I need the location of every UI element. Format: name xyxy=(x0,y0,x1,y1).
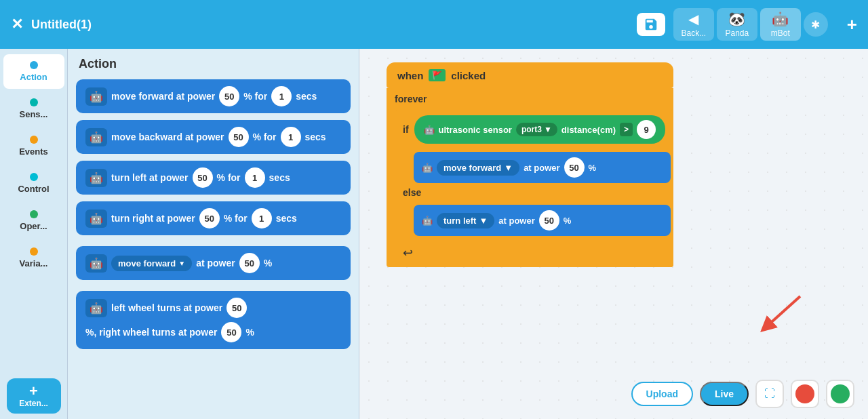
bluetooth-button[interactable]: ✱ xyxy=(804,12,828,37)
dot-operators xyxy=(30,210,38,218)
block-move-dropdown[interactable]: 🤖 move forward ▼ at power 50 % xyxy=(76,246,351,280)
sidebar-item-operators[interactable]: Oper... xyxy=(3,203,64,238)
inner-move-forward-block[interactable]: 🤖 move forward ▼ at power 50 % xyxy=(414,152,671,183)
tab-back[interactable]: ◀ Back... xyxy=(673,8,714,41)
if-label: if xyxy=(403,124,409,135)
sidebar-label-action: Action xyxy=(20,72,47,82)
blocks-panel-title: Action xyxy=(79,57,351,71)
sensor-label: ultrasonic sensor xyxy=(439,125,512,135)
tab-panda-label: Panda xyxy=(725,28,749,38)
dot-events xyxy=(30,136,38,144)
add-button[interactable]: + xyxy=(847,14,857,35)
sidebar-item-control[interactable]: Control xyxy=(3,166,64,201)
move-forward-dropdown[interactable]: move forward ▼ xyxy=(437,160,519,176)
block-move-backward[interactable]: 🤖 move backward at power 50 % for 1 secs xyxy=(76,120,351,154)
run-button[interactable] xyxy=(826,380,854,408)
move-unit-inner: % xyxy=(589,163,597,173)
robot-icon-4: 🤖 xyxy=(85,210,107,228)
hat-block-when-clicked[interactable]: when 🚩 clicked xyxy=(387,62,673,88)
block-move-backward-text: move backward at power xyxy=(111,132,224,142)
robot-icon-3: 🤖 xyxy=(85,169,107,187)
compare-value[interactable]: 9 xyxy=(637,120,656,139)
block-turn-left-text: turn left at power xyxy=(111,172,189,183)
turn-power-value[interactable]: 50 xyxy=(539,210,559,231)
back-icon: ◀ xyxy=(688,11,698,27)
stop-icon xyxy=(795,384,814,403)
secs-value-2[interactable]: 1 xyxy=(281,127,301,147)
clicked-label: clicked xyxy=(451,70,486,81)
sidebar-item-variables[interactable]: Varia... xyxy=(3,241,64,275)
wheel-text1: left wheel turns at power xyxy=(111,302,222,313)
secs-value-3[interactable]: 1 xyxy=(245,167,265,188)
sidebar-item-sensors[interactable]: Sens... xyxy=(3,92,64,126)
tab-mbot[interactable]: 🤖 mBot xyxy=(760,8,801,41)
dot-variables xyxy=(30,247,38,256)
port-dropdown[interactable]: port3 ▼ xyxy=(516,123,557,136)
power-value-4[interactable]: 50 xyxy=(199,208,220,228)
move-power-inner[interactable]: 50 xyxy=(564,157,585,178)
turn-left-arrow: ▼ xyxy=(479,216,488,226)
upload-button[interactable]: Upload xyxy=(631,382,693,406)
at-power-inner: at power xyxy=(524,163,559,173)
bluetooth-icon: ✱ xyxy=(811,18,820,31)
block-turn-right[interactable]: 🤖 turn right at power 50 % for 1 secs xyxy=(76,201,351,235)
secs-value-1[interactable]: 1 xyxy=(271,86,292,106)
dot-action xyxy=(30,61,38,69)
wheel-value1[interactable]: 50 xyxy=(226,298,247,318)
secs-label-4: secs xyxy=(276,213,297,224)
move-forward-label: move forward xyxy=(443,163,501,173)
run-icon xyxy=(831,384,850,403)
inner-turn-left-block[interactable]: 🤖 turn left ▼ at power 50 % xyxy=(414,205,671,236)
when-label: when xyxy=(397,70,423,81)
sidebar-item-action[interactable]: Action xyxy=(3,54,64,89)
move-dropdown-label: move forward xyxy=(118,258,176,268)
blocks-panel: Action 🤖 move forward at power 50 % for … xyxy=(68,49,359,419)
tab-panda[interactable]: 🐼 Panda xyxy=(717,8,757,41)
percent-for-1: % for xyxy=(243,91,267,102)
fullscreen-button[interactable]: ⛶ xyxy=(755,380,784,408)
at-power-text: at power xyxy=(196,258,235,268)
mbot-icon: 🤖 xyxy=(772,11,789,27)
wheel-unit: % xyxy=(245,327,254,338)
fullscreen-icon: ⛶ xyxy=(764,388,775,400)
live-button[interactable]: Live xyxy=(700,382,749,406)
sidebar-label-variables: Varia... xyxy=(20,258,48,268)
power-value-1[interactable]: 50 xyxy=(219,86,239,106)
inner-robot-icon-2: 🤖 xyxy=(422,216,433,226)
power-value-3[interactable]: 50 xyxy=(193,167,213,188)
canvas-controls: Upload Live ⛶ xyxy=(631,380,854,408)
secs-label-2: secs xyxy=(305,132,326,142)
block-wheel[interactable]: 🤖 left wheel turns at power 50 %, right … xyxy=(76,291,351,349)
secs-value-4[interactable]: 1 xyxy=(252,208,272,228)
sensor-block[interactable]: 🤖 ultrasonic sensor port3 ▼ distance(cm)… xyxy=(414,115,665,144)
loop-icon: ↩ xyxy=(403,245,413,260)
secs-label-3: secs xyxy=(269,172,290,183)
power-value-2[interactable]: 50 xyxy=(229,127,249,147)
close-button[interactable]: ✕ xyxy=(11,16,23,33)
block-move-forward[interactable]: 🤖 move forward at power 50 % for 1 secs xyxy=(76,79,351,113)
forever-label: forever xyxy=(395,94,427,104)
if-block-header: if 🤖 ultrasonic sensor port3 ▼ distance(… xyxy=(395,110,673,149)
block-move-forward-text: move forward at power xyxy=(111,91,215,102)
percent-for-2: % for xyxy=(253,132,277,142)
at-power-turn: at power xyxy=(498,216,534,226)
extensions-button[interactable]: + Exten... xyxy=(7,378,61,414)
header: ✕ Untitled(1) ◀ Back... 🐼 Panda 🤖 mBot ✱… xyxy=(0,0,868,49)
turn-unit: % xyxy=(564,216,572,226)
save-button[interactable] xyxy=(637,13,665,36)
sidebar-label-operators: Oper... xyxy=(20,221,47,231)
sensor-robot-icon: 🤖 xyxy=(424,125,435,135)
sidebar-item-events[interactable]: Events xyxy=(3,129,64,163)
turn-left-dropdown[interactable]: turn left ▼ xyxy=(437,213,494,228)
inner-robot-icon-1: 🤖 xyxy=(422,163,433,173)
sidebar: Action Sens... Events Control Oper... Va… xyxy=(0,49,68,419)
block-turn-right-text: turn right at power xyxy=(111,213,195,224)
wheel-value2[interactable]: 50 xyxy=(221,322,241,342)
block-turn-left[interactable]: 🤖 turn left at power 50 % for 1 secs xyxy=(76,161,351,195)
stop-button[interactable] xyxy=(791,380,819,408)
move-forward-arrow: ▼ xyxy=(504,163,513,173)
dot-control xyxy=(30,173,38,181)
move-dropdown[interactable]: move forward ▼ xyxy=(111,256,192,271)
move-power-value[interactable]: 50 xyxy=(239,253,260,273)
turn-left-label: turn left xyxy=(443,216,476,226)
